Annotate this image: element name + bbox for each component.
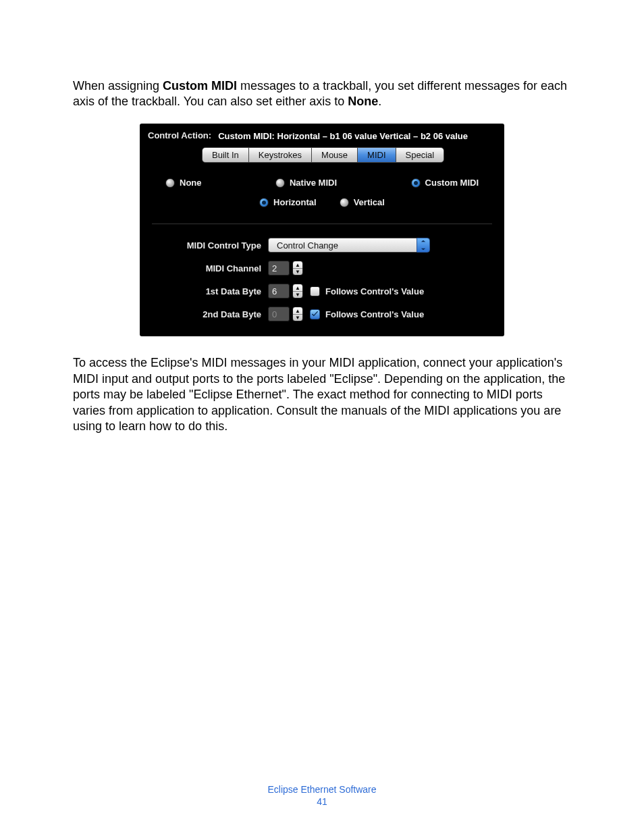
radio-native-midi[interactable]: Native MIDI — [275, 178, 337, 188]
tab-midi[interactable]: MIDI — [357, 147, 396, 163]
tab-built-in[interactable]: Built In — [202, 147, 249, 163]
select-arrow-icon — [417, 238, 430, 253]
text-bold: Custom MIDI — [163, 79, 237, 93]
text: When assigning — [73, 79, 163, 93]
radio-horizontal[interactable]: Horizontal — [259, 197, 317, 207]
paragraph-1: When assigning Custom MIDI messages to a… — [73, 78, 571, 110]
tab-label: Special — [406, 150, 435, 160]
byte1-follow-checkbox[interactable]: Follows Control's Value — [310, 286, 424, 296]
stepper-value: 2 — [268, 261, 290, 276]
radio-dot-icon — [165, 178, 175, 188]
row-midi-control-type: MIDI Control Type Control Change — [140, 234, 504, 257]
tab-bar: Built In Keystrokes Mouse MIDI Special — [140, 147, 504, 163]
stepper-value: 6 — [268, 284, 290, 298]
tab-label: Built In — [212, 150, 239, 160]
page-footer: Eclipse Ethernet Software 41 — [0, 784, 644, 807]
tab-label: MIDI — [367, 150, 385, 160]
checkbox-label: Follows Control's Value — [325, 286, 424, 296]
panel-header: Control Action: Custom MIDI: Horizontal … — [140, 124, 504, 148]
byte2-stepper[interactable]: 0 ▲▼ — [268, 307, 303, 321]
select-value: Control Change — [268, 238, 417, 253]
radio-label: Native MIDI — [290, 178, 337, 188]
control-action-label: Control Action: — [148, 130, 218, 140]
checkbox-box-icon — [310, 309, 320, 319]
tab-keystrokes[interactable]: Keystrokes — [248, 147, 312, 163]
stepper-arrows-icon: ▲▼ — [292, 284, 303, 298]
checkbox-box-icon — [310, 286, 320, 296]
byte1-stepper[interactable]: 6 ▲▼ — [268, 284, 303, 298]
mode-radio-row: None Native MIDI Custom MIDI — [140, 172, 504, 193]
stepper-value: 0 — [268, 307, 290, 321]
footer-product: Eclipse Ethernet Software — [267, 784, 376, 795]
text: . — [378, 95, 381, 108]
row-midi-channel: MIDI Channel 2 ▲▼ — [140, 257, 504, 280]
midi-settings-panel: Control Action: Custom MIDI: Horizontal … — [140, 124, 504, 337]
radio-custom-midi[interactable]: Custom MIDI — [411, 178, 479, 188]
paragraph-2: To access the Eclipse's MIDI messages in… — [73, 355, 571, 434]
footer-page-number: 41 — [0, 796, 644, 807]
checkbox-label: Follows Control's Value — [325, 309, 424, 319]
label: MIDI Channel — [140, 263, 261, 273]
control-action-value: Custom MIDI: Horizontal – b1 06 value Ve… — [218, 130, 468, 142]
svg-marker-0 — [421, 240, 425, 242]
radio-dot-icon — [411, 178, 421, 188]
radio-label: Horizontal — [273, 197, 317, 207]
midi-control-type-select[interactable]: Control Change — [268, 238, 430, 253]
radio-label: Vertical — [354, 197, 385, 207]
byte2-follow-checkbox[interactable]: Follows Control's Value — [310, 309, 424, 319]
midi-channel-stepper[interactable]: 2 ▲▼ — [268, 261, 303, 276]
divider — [152, 224, 492, 224]
svg-marker-1 — [421, 249, 425, 250]
axis-radio-row: Horizontal Vertical — [140, 193, 504, 213]
stepper-arrows-icon: ▲▼ — [292, 261, 303, 276]
radio-none[interactable]: None — [165, 178, 202, 188]
tab-label: Keystrokes — [259, 150, 302, 160]
label: MIDI Control Type — [140, 240, 261, 251]
radio-dot-icon — [259, 198, 269, 207]
text-bold: None — [348, 95, 378, 108]
label: 1st Data Byte — [140, 286, 261, 296]
stepper-arrows-icon: ▲▼ — [292, 307, 303, 321]
radio-label: None — [180, 178, 202, 188]
tab-special[interactable]: Special — [396, 147, 445, 163]
label: 2nd Data Byte — [140, 309, 261, 319]
tab-label: Mouse — [321, 150, 348, 160]
radio-dot-icon — [275, 178, 285, 188]
tab-mouse[interactable]: Mouse — [311, 147, 358, 163]
radio-label: Custom MIDI — [425, 178, 479, 188]
radio-vertical[interactable]: Vertical — [340, 197, 385, 207]
radio-dot-icon — [340, 198, 349, 207]
row-byte1: 1st Data Byte 6 ▲▼ Follows Control's Val… — [140, 280, 504, 303]
row-byte2: 2nd Data Byte 0 ▲▼ Follows Control's Val… — [140, 303, 504, 325]
